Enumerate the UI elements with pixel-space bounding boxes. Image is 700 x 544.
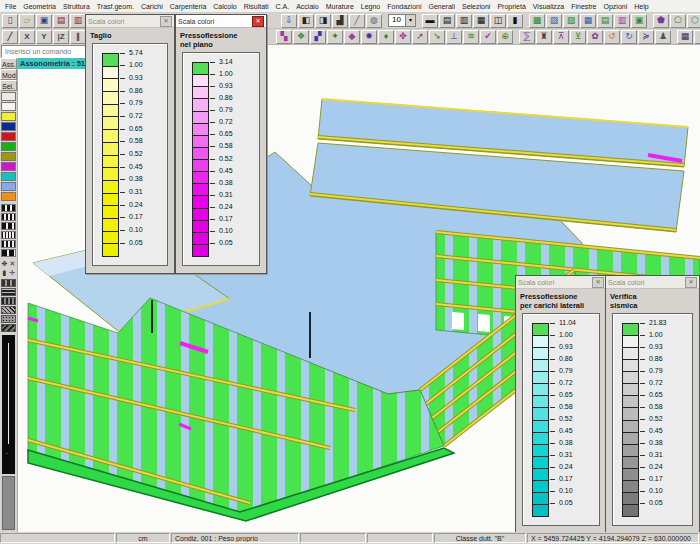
delete-icon[interactable]: ✕: [9, 259, 17, 268]
open-folder-icon[interactable]: ▱: [19, 14, 35, 28]
menu-item[interactable]: Carichi: [139, 3, 165, 10]
line-style-swatch[interactable]: [1, 249, 16, 257]
scroll-thumb[interactable]: [2, 476, 15, 530]
arrow-ne-icon[interactable]: ➚: [412, 30, 428, 44]
palette-title-bar[interactable]: Scala colori ✕: [86, 15, 174, 28]
mesh-edit-icon[interactable]: ❖: [293, 30, 309, 44]
select-nodes-icon[interactable]: ▨: [546, 14, 562, 28]
menu-item[interactable]: Selezioni: [460, 3, 492, 10]
menu-item[interactable]: Geometria: [21, 3, 58, 10]
close-icon[interactable]: ✕: [592, 277, 604, 288]
save-icon[interactable]: ▣: [36, 14, 52, 28]
color-swatch[interactable]: [1, 122, 16, 131]
close-icon[interactable]: ✕: [252, 16, 264, 27]
arrow-se-icon[interactable]: ➘: [429, 30, 445, 44]
line-style-swatch[interactable]: [1, 204, 16, 212]
scala-colori-window-verifica-sismica[interactable]: Scala colori ✕ Verifica sismica 21.83 1.…: [605, 275, 700, 534]
anchor-icon[interactable]: ⊕: [497, 30, 513, 44]
select-all-icon[interactable]: ▣: [631, 14, 647, 28]
archive-edit-icon[interactable]: ▥: [70, 14, 86, 28]
check-icon[interactable]: ✔: [480, 30, 496, 44]
menu-item[interactable]: Risultati: [242, 3, 271, 10]
color-swatch-blank[interactable]: [1, 92, 16, 101]
menu-item[interactable]: Carpenteria: [168, 3, 209, 10]
elem-split-icon[interactable]: ♦: [378, 30, 394, 44]
color-swatch[interactable]: [1, 192, 16, 201]
select-mesh-icon[interactable]: ▩: [529, 14, 545, 28]
menu-item[interactable]: Acciaio: [294, 3, 321, 10]
scala-colori-window-pressoflessione-nel-piano[interactable]: Scala colori ✕ Pressoflessione nel piano…: [175, 14, 267, 274]
color-swatch[interactable]: [1, 142, 16, 151]
menu-item[interactable]: Finestre: [569, 3, 598, 10]
menu-item[interactable]: Proprietà: [495, 3, 527, 10]
archive-check-icon[interactable]: ▤: [53, 14, 69, 28]
color-swatch[interactable]: [1, 112, 16, 121]
load-temp-icon[interactable]: ⊻: [570, 30, 586, 44]
load-dist-icon[interactable]: ♜: [536, 30, 552, 44]
render-icon[interactable]: ◍: [366, 14, 382, 28]
constraint-z-icon[interactable]: |Z: [53, 30, 69, 44]
mesh-gen-icon[interactable]: ▚: [276, 30, 292, 44]
palette-title-bar[interactable]: Scala colori ✕: [516, 276, 606, 289]
parallel-icon[interactable]: ∥: [70, 30, 86, 44]
close-icon[interactable]: ✕: [685, 277, 697, 288]
select-box-icon[interactable]: ▤: [597, 14, 613, 28]
chart-icon[interactable]: ▟: [332, 14, 348, 28]
hatch-pattern-swatch[interactable]: [1, 297, 16, 305]
color-swatch[interactable]: [1, 162, 16, 171]
viewport-split-icon[interactable]: ▤: [439, 14, 455, 28]
menu-item[interactable]: Opzioni: [601, 3, 629, 10]
select-shell-icon[interactable]: ▧: [563, 14, 579, 28]
menu-item[interactable]: Fondazioni: [385, 3, 423, 10]
redo-icon[interactable]: ↻: [621, 30, 637, 44]
menu-item[interactable]: Visualizza: [531, 3, 566, 10]
help-cursor-icon[interactable]: ∂: [694, 30, 700, 44]
viewport-grid-icon[interactable]: ▦: [473, 14, 489, 28]
menu-item[interactable]: Trasf.geom.: [95, 3, 136, 10]
hatch-pattern-swatch[interactable]: [1, 324, 16, 332]
undo-icon[interactable]: ↺: [604, 30, 620, 44]
viewport-full-icon[interactable]: ▮: [507, 14, 523, 28]
draw-line-icon[interactable]: ╱: [2, 30, 18, 44]
color-swatch[interactable]: [1, 182, 16, 191]
elem-add-icon[interactable]: ✸: [361, 30, 377, 44]
scala-colori-window-taglio[interactable]: Scala colori ✕ Taglio 5.74 1.00: [85, 14, 175, 274]
contrast-view-icon[interactable]: ◧: [298, 14, 314, 28]
table-icon[interactable]: ♟: [655, 30, 671, 44]
elem-join-icon[interactable]: ✤: [395, 30, 411, 44]
hexagon-icon[interactable]: ⬡: [687, 14, 700, 28]
menu-item[interactable]: Calcolo: [211, 3, 238, 10]
print-preview-icon[interactable]: ▦: [677, 30, 693, 44]
chevron-down-icon[interactable]: ▾: [405, 15, 415, 26]
close-icon[interactable]: ✕: [160, 16, 172, 27]
new-file-icon[interactable]: ▯: [2, 14, 18, 28]
bars-icon[interactable]: ▮: [1, 268, 9, 277]
pentagon-icon[interactable]: ⬠: [670, 14, 686, 28]
hatch-pattern-swatch[interactable]: [1, 315, 16, 323]
menu-item[interactable]: Murature: [324, 3, 356, 10]
hatch-pattern-swatch[interactable]: [1, 288, 16, 296]
load-seismic-icon[interactable]: ✿: [587, 30, 603, 44]
menu-item[interactable]: Generali: [427, 3, 457, 10]
viewport-left-icon[interactable]: ▥: [456, 14, 472, 28]
menu-item[interactable]: Legno: [359, 3, 382, 10]
menu-item[interactable]: File: [3, 3, 18, 10]
pin-icon[interactable]: ⊥: [446, 30, 462, 44]
measure-icon[interactable]: ╱: [349, 14, 365, 28]
pan-icon[interactable]: ✥: [1, 259, 9, 268]
scala-colori-window-pressoflessione-laterali[interactable]: Scala colori ✕ Pressoflessione per caric…: [515, 275, 607, 534]
mesh-flip-icon[interactable]: ▞: [310, 30, 326, 44]
solid-pent-icon[interactable]: ⬟: [653, 14, 669, 28]
wind-icon[interactable]: ≋: [463, 30, 479, 44]
select-poly-icon[interactable]: ▥: [614, 14, 630, 28]
load-case-icon[interactable]: ⅀: [519, 30, 535, 44]
split-view-icon[interactable]: ◨: [315, 14, 331, 28]
line-style-swatch[interactable]: [1, 231, 16, 239]
color-swatch[interactable]: [1, 102, 16, 111]
sidebar-tab[interactable]: Mod: [0, 69, 17, 80]
viewport-top-icon[interactable]: ▬: [422, 14, 438, 28]
hatch-pattern-swatch[interactable]: [1, 306, 16, 314]
cross-icon[interactable]: ✛: [9, 268, 17, 277]
zoom-level-dropdown[interactable]: 10 ▾: [388, 14, 416, 27]
color-swatch[interactable]: [1, 172, 16, 181]
